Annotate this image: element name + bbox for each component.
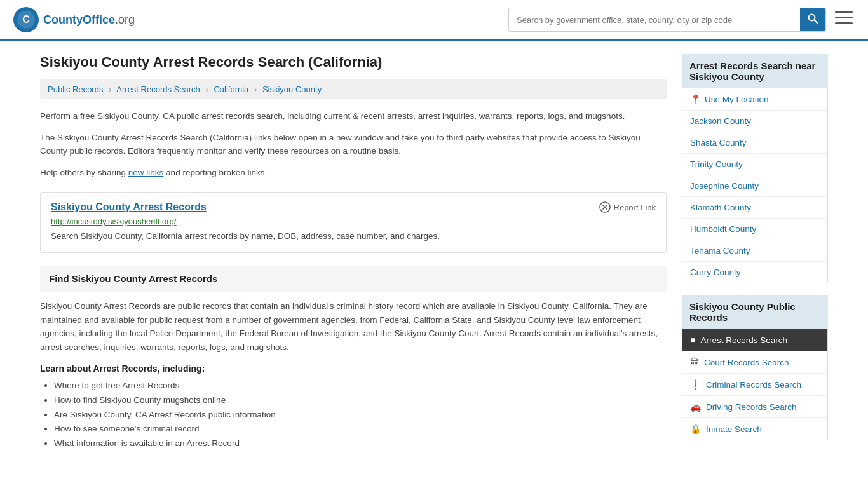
sidebar-item-tehama[interactable]: Tehama County — [682, 240, 827, 262]
record-description: Search Siskiyou County, California arres… — [51, 230, 656, 243]
page-container: Siskiyou County Arrest Records Search (C… — [27, 41, 841, 464]
record-url[interactable]: http://incustody.siskiyousheriff.org/ — [51, 217, 656, 226]
sidebar-item-klamath[interactable]: Klamath County — [682, 197, 827, 219]
criminal-icon: ❗ — [690, 379, 701, 390]
pub-item-court-records[interactable]: 🏛 Court Records Search — [682, 351, 827, 374]
nearby-counties-list: 📍 Use My Location Jackson County Shasta … — [682, 88, 828, 283]
pub-item-inmate-search[interactable]: 🔒 Inmate Search — [682, 418, 827, 440]
record-title[interactable]: Siskiyou County Arrest Records — [51, 201, 207, 213]
svg-text:C: C — [22, 14, 30, 25]
page-title: Siskiyou County Arrest Records Search (C… — [40, 54, 667, 71]
learn-heading: Learn about Arrest Records, including: — [40, 363, 667, 374]
driving-icon: 🚗 — [690, 402, 701, 412]
breadcrumb-california[interactable]: California — [214, 85, 248, 94]
intro-paragraph-2: The Siskiyou County Arrest Records Searc… — [40, 131, 667, 158]
breadcrumb: Public Records › Arrest Records Search ›… — [40, 79, 667, 99]
svg-line-4 — [815, 20, 818, 24]
intro-paragraph-1: Perform a free Siskiyou County, CA publi… — [40, 109, 667, 123]
nearby-section-title: Arrest Records Search near Siskiyou Coun… — [682, 54, 828, 88]
public-records-section-title: Siskiyou County Public Records — [682, 295, 828, 329]
inmate-icon: 🔒 — [690, 424, 701, 434]
new-links[interactable]: new links — [128, 168, 164, 177]
court-icon: 🏛 — [690, 357, 699, 367]
svg-rect-5 — [835, 11, 853, 13]
arrest-records-icon: ■ — [690, 335, 695, 345]
list-item: Are Siskiyou County, CA Arrest Records p… — [54, 408, 667, 423]
logo-icon: C — [13, 6, 39, 33]
sidebar: Arrest Records Search near Siskiyou Coun… — [682, 54, 828, 451]
find-section: Find Siskiyou County Arrest Records — [40, 266, 667, 292]
record-card-header: Siskiyou County Arrest Records Report Li… — [51, 201, 656, 213]
use-my-location[interactable]: 📍 Use My Location — [682, 88, 827, 111]
report-link-button[interactable]: Report Link — [599, 201, 656, 213]
search-icon — [808, 13, 818, 24]
logo-text: CountyOffice.org — [43, 13, 135, 27]
sidebar-item-humboldt[interactable]: Humboldt County — [682, 219, 827, 240]
pub-item-driving-records[interactable]: 🚗 Driving Records Search — [682, 396, 827, 418]
main-content: Siskiyou County Arrest Records Search (C… — [40, 54, 667, 451]
list-item: How to see someone's criminal record — [54, 422, 667, 437]
list-item: How to find Siskiyou County mugshots onl… — [54, 393, 667, 408]
pub-item-arrest-records[interactable]: ■ Arrest Records Search — [682, 329, 827, 351]
report-icon — [599, 201, 611, 213]
breadcrumb-arrest-records[interactable]: Arrest Records Search — [116, 85, 200, 94]
find-body: Siskiyou County Arrest Records are publi… — [40, 299, 667, 354]
list-item: Where to get free Arrest Records — [54, 379, 667, 393]
search-input[interactable] — [509, 10, 800, 30]
sidebar-item-shasta[interactable]: Shasta County — [682, 132, 827, 154]
list-item: What information is available in an Arre… — [54, 437, 667, 451]
hamburger-menu-icon[interactable] — [832, 8, 855, 31]
sidebar-item-jackson[interactable]: Jackson County — [682, 111, 827, 132]
svg-rect-7 — [835, 22, 853, 24]
svg-rect-6 — [835, 17, 853, 18]
header-right — [508, 8, 855, 32]
record-card: Siskiyou County Arrest Records Report Li… — [40, 192, 667, 253]
sidebar-item-josephine[interactable]: Josephine County — [682, 175, 827, 197]
search-bar — [508, 8, 826, 32]
pub-item-criminal-records[interactable]: ❗ Criminal Records Search — [682, 374, 827, 396]
search-button[interactable] — [800, 8, 825, 31]
intro-paragraph-3: Help others by sharing new links and rep… — [40, 166, 667, 180]
breadcrumb-siskiyou[interactable]: Siskiyou County — [262, 85, 322, 94]
public-records-list: ■ Arrest Records Search 🏛 Court Records … — [682, 329, 828, 440]
sidebar-item-trinity[interactable]: Trinity County — [682, 154, 827, 175]
sidebar-item-curry[interactable]: Curry County — [682, 262, 827, 283]
site-header: C CountyOffice.org — [0, 0, 868, 41]
learn-list: Where to get free Arrest Records How to … — [40, 379, 667, 452]
breadcrumb-public-records[interactable]: Public Records — [48, 85, 103, 94]
find-section-heading: Find Siskiyou County Arrest Records — [49, 273, 658, 284]
logo-area: C CountyOffice.org — [13, 6, 135, 33]
location-pin-icon: 📍 — [690, 94, 701, 104]
